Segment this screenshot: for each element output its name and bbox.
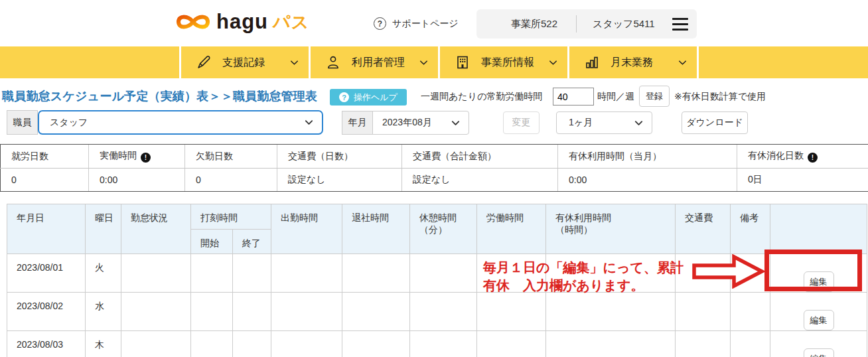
edit-button[interactable]: 編集	[804, 271, 834, 292]
summary-header-transport-days: 交通費（日数）	[277, 145, 402, 169]
pencil-icon	[196, 54, 212, 70]
building-icon	[455, 54, 470, 70]
nav-label: 支援記録	[222, 56, 265, 70]
cell-weekday: 水	[86, 293, 121, 331]
operation-help-button[interactable]: ? 操作ヘルプ	[330, 89, 407, 106]
staff-filter-label: 職員	[7, 110, 38, 135]
summary-table: 就労日数 実働時間! 欠勤日数 交通費（日数） 交通費（合計金額） 有休利用時間…	[0, 144, 868, 192]
cell-punch-start	[191, 254, 233, 293]
weekly-hours-note: ※有休日数計算で使用	[674, 91, 766, 103]
col-header-punch-end: 終了	[233, 230, 271, 254]
info-icon[interactable]: !	[141, 153, 151, 163]
cell-paid-leave-hours	[546, 293, 676, 331]
download-button[interactable]: ダウンロード	[682, 111, 748, 134]
attendance-management-page: hagu パス ? サポートページ 事業所522 スタッフ5411 支援記録	[0, 0, 868, 357]
cell-clock-in	[271, 331, 342, 357]
cell-paid-leave-hours	[546, 254, 676, 293]
info-icon[interactable]: !	[808, 153, 818, 163]
cell-clock-out	[342, 254, 410, 293]
summary-header-transport-total: 交通費（合計金額）	[402, 145, 558, 169]
nav-item-office-info[interactable]: 事業所情報	[440, 46, 567, 78]
register-button[interactable]: 登録	[639, 86, 670, 107]
weekly-hours-input[interactable]	[553, 88, 594, 106]
nav-item-support-records[interactable]: 支援記録	[181, 46, 309, 78]
table-row: 2023/08/01 火 編集	[7, 254, 867, 293]
question-circle-icon: ?	[374, 17, 386, 30]
page-title: 職員勤怠スケジュール予定（実績）表＞＞職員勤怠管理表	[2, 88, 317, 104]
month-select-value: 2023年08月	[382, 117, 432, 129]
cell-work-hours	[477, 254, 546, 293]
col-header-clock-out: 退社時間	[342, 204, 410, 254]
summary-value-actual-hours: 0:00	[89, 169, 185, 192]
bar-chart-icon	[584, 54, 600, 70]
cell-remarks	[731, 254, 770, 293]
cell-clock-in	[271, 293, 342, 331]
cell-punch-end	[233, 293, 271, 331]
summary-value-paid-leave-hours: 0:00	[558, 169, 737, 192]
cell-clock-out	[342, 331, 410, 357]
period-select[interactable]: 1ヶ月	[556, 111, 652, 134]
support-page-label: サポートページ	[392, 18, 459, 30]
title-row: 職員勤怠スケジュール予定（実績）表＞＞職員勤怠管理表 ? 操作ヘルプ 一週間あた…	[0, 85, 868, 109]
weekly-hours-unit: 時間／週	[597, 91, 634, 103]
help-question-icon: ?	[339, 92, 349, 102]
account-divider	[576, 15, 577, 33]
chevron-down-icon	[634, 118, 644, 128]
cell-remarks	[731, 293, 770, 331]
summary-header-row: 就労日数 実働時間! 欠勤日数 交通費（日数） 交通費（合計金額） 有休利用時間…	[1, 145, 868, 169]
cell-punch-end	[233, 254, 271, 293]
col-header-edit	[770, 204, 867, 254]
period-select-value: 1ヶ月	[569, 117, 593, 129]
col-header-transport: 交通費	[676, 204, 731, 254]
cell-punch-start	[191, 293, 233, 331]
summary-value-transport-total: 設定なし	[402, 169, 558, 192]
nav-label: 事業所情報	[481, 56, 534, 70]
cell-clock-out	[342, 293, 410, 331]
office-label: 事業所522	[511, 18, 557, 31]
cell-date: 2023/08/03	[7, 331, 86, 357]
col-header-date: 年月日	[7, 204, 86, 254]
summary-header-absence-days: 欠勤日数	[185, 145, 277, 169]
month-select[interactable]: 2023年08月	[372, 111, 469, 135]
cell-remarks	[731, 331, 770, 357]
cell-break-min	[410, 254, 477, 293]
edit-button[interactable]: 編集	[804, 310, 834, 330]
table-row: 2023/08/02 水 編集	[7, 293, 867, 331]
staff-account-label: スタッフ5411	[593, 18, 655, 31]
support-page-link[interactable]: ? サポートページ	[374, 17, 459, 30]
cell-break-min	[410, 331, 477, 357]
cell-work-hours	[477, 331, 546, 357]
change-button[interactable]: 変更	[503, 111, 540, 134]
cell-work-hours	[477, 293, 546, 331]
summary-value-workdays: 0	[1, 169, 89, 192]
nav-label: 利用者管理	[352, 56, 405, 70]
col-header-paid-leave-hours: 有休利用時間 （時間）	[546, 204, 676, 254]
top-header: hagu パス ? サポートページ 事業所522 スタッフ5411	[0, 0, 868, 46]
person-icon	[325, 54, 341, 70]
edit-button[interactable]: 編集	[804, 348, 834, 357]
chevron-down-icon	[451, 118, 461, 128]
table-row: 2023/08/03 木 編集	[7, 331, 867, 357]
cell-status	[121, 254, 191, 293]
col-header-remarks: 備考	[731, 204, 770, 254]
cell-transport	[676, 331, 731, 357]
nav-item-month-end-tasks[interactable]: 月末業務	[569, 46, 697, 78]
chevron-down-icon	[304, 117, 314, 127]
attendance-table: 年月日 曜日 勤怠状況 打刻時間 出勤時間 退社時間 休憩時間 （分） 労働時間…	[7, 204, 867, 357]
hamburger-menu-icon[interactable]	[672, 18, 688, 31]
summary-value-paid-leave-days: 0日	[737, 169, 868, 192]
cell-transport	[676, 254, 731, 293]
cell-status	[121, 331, 191, 357]
summary-header-paid-leave-hours: 有休利用時間（当月）	[558, 145, 737, 169]
staff-select[interactable]: スタッフ	[38, 110, 323, 135]
col-header-weekday: 曜日	[86, 204, 121, 254]
summary-value-row: 0 0:00 0 設定なし 設定なし 0:00 0日	[1, 169, 868, 192]
main-navbar: 支援記録 利用者管理	[0, 46, 868, 78]
logo-text: hagu	[216, 10, 268, 34]
chevron-down-icon	[678, 58, 687, 68]
nav-item-user-management[interactable]: 利用者管理	[311, 46, 438, 78]
cell-weekday: 火	[86, 254, 121, 293]
weekly-hours-label: 一週間あたりの常勤労働時間	[421, 91, 542, 103]
cell-status	[121, 293, 191, 331]
cell-weekday: 木	[86, 331, 121, 357]
